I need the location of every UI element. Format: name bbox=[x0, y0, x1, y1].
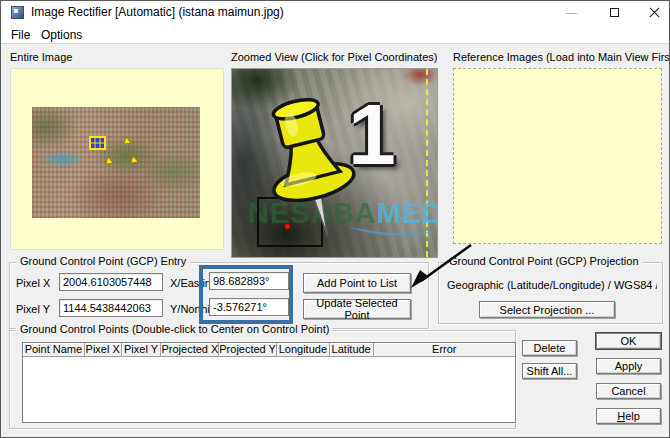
highlight-annotation-box bbox=[199, 265, 293, 324]
pixel-x-input[interactable] bbox=[59, 273, 163, 291]
reference-images-panel[interactable] bbox=[453, 68, 662, 244]
gcp-pin-marker bbox=[131, 156, 138, 163]
help-button[interactable]: Help bbox=[596, 408, 661, 424]
pixel-y-label: Pixel Y bbox=[16, 303, 50, 315]
reference-images-label: Reference Images (Load into Main View Fi… bbox=[453, 51, 670, 63]
menu-bar: File Options bbox=[1, 24, 669, 44]
col-pixel-y[interactable]: Pixel Y bbox=[122, 343, 162, 357]
col-projected-x[interactable]: Projected X bbox=[161, 343, 219, 357]
gcp-list-group: Ground Control Points (Double-click to C… bbox=[9, 330, 516, 429]
select-projection-button[interactable]: Select Projection ... bbox=[479, 301, 615, 318]
col-error[interactable]: Error bbox=[374, 343, 515, 357]
pixel-y-input[interactable] bbox=[59, 299, 163, 317]
add-point-button[interactable]: Add Point to List bbox=[303, 273, 411, 293]
shift-all-button[interactable]: Shift All... bbox=[522, 363, 577, 379]
map-markers-overlay bbox=[32, 107, 200, 218]
zoomed-view-label: Zoomed View (Click for Pixel Coordinates… bbox=[231, 51, 437, 63]
zoomed-view-panel[interactable]: NESABAMEDIA 1 bbox=[231, 68, 438, 258]
apply-button[interactable]: Apply bbox=[596, 358, 661, 374]
col-projected-y[interactable]: Projected Y bbox=[219, 343, 277, 357]
col-pixel-x[interactable]: Pixel X bbox=[85, 343, 122, 357]
pushpin-icon bbox=[234, 81, 389, 251]
gcp-table[interactable]: Point Name Pixel X Pixel Y Projected X P… bbox=[22, 342, 516, 423]
window-title: Image Rectifier [Automatic] (istana maim… bbox=[31, 5, 284, 19]
gcp-entry-group-label: Ground Control Point (GCP) Entry bbox=[16, 255, 190, 267]
delete-button[interactable]: Delete bbox=[522, 340, 577, 356]
update-point-button[interactable]: Update Selected Point bbox=[303, 299, 411, 319]
minimize-icon bbox=[566, 13, 577, 14]
col-longitude[interactable]: Longitude bbox=[277, 343, 330, 357]
entire-image-panel[interactable] bbox=[10, 68, 224, 250]
title-bar: Image Rectifier [Automatic] (istana maim… bbox=[1, 1, 669, 24]
ok-button[interactable]: OK bbox=[596, 333, 661, 349]
minimize-button[interactable] bbox=[554, 1, 588, 24]
col-point-name[interactable]: Point Name bbox=[23, 343, 85, 357]
current-projection-text: Geographic (Latitude/Longitude) / WGS84 … bbox=[447, 279, 657, 291]
entire-image-thumbnail[interactable] bbox=[32, 107, 200, 218]
image-rectifier-dialog: Image Rectifier [Automatic] (istana maim… bbox=[0, 0, 670, 438]
entire-image-label: Entire Image bbox=[10, 51, 72, 63]
cancel-button[interactable]: Cancel bbox=[596, 383, 661, 399]
arrow-annotation bbox=[403, 239, 477, 293]
maximize-icon bbox=[610, 8, 619, 17]
app-icon bbox=[11, 6, 24, 19]
gcp-list-group-label: Ground Control Points (Double-click to C… bbox=[16, 323, 333, 335]
menu-options[interactable]: Options bbox=[37, 27, 86, 43]
close-button[interactable] bbox=[637, 1, 670, 24]
menu-file[interactable]: File bbox=[7, 27, 34, 43]
gcp-pin-marker bbox=[106, 157, 113, 164]
col-latitude[interactable]: Latitude bbox=[330, 343, 374, 357]
gcp-table-header: Point Name Pixel X Pixel Y Projected X P… bbox=[23, 343, 515, 357]
gcp-pin-marker bbox=[124, 137, 131, 144]
maximize-button[interactable] bbox=[597, 1, 631, 24]
pixel-x-label: Pixel X bbox=[16, 277, 50, 289]
